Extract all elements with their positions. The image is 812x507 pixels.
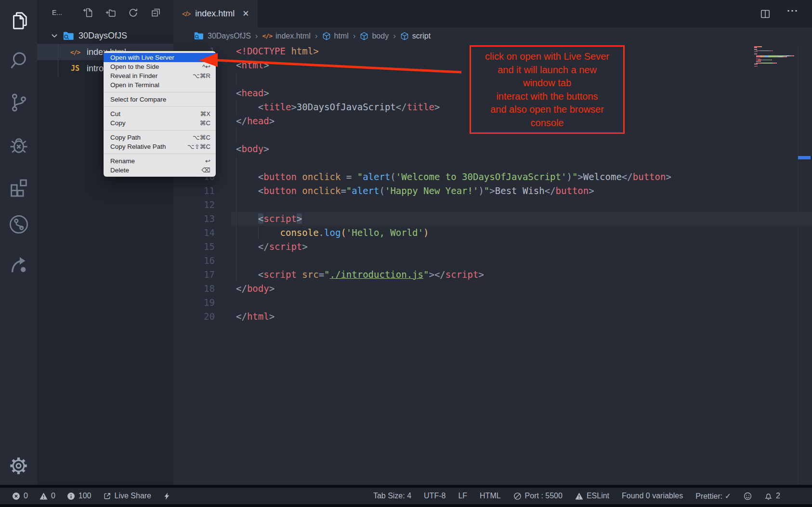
- menu-item-shortcut: ⌫: [202, 167, 210, 174]
- eslint-status[interactable]: ESLint: [575, 492, 609, 500]
- breadcrumb-item-script[interactable]: script: [400, 32, 431, 40]
- context-menu: Open with Live ServerOpen to the Side^↩R…: [104, 51, 216, 177]
- tab-close-icon[interactable]: ✕: [242, 9, 249, 19]
- new-folder-icon[interactable]: [105, 7, 116, 18]
- problems-errors[interactable]: 0: [12, 492, 28, 500]
- notifications[interactable]: 2: [764, 492, 780, 500]
- menu-item-shortcut: ⌥⇧⌘C: [187, 143, 210, 150]
- menu-item-shortcut: ↩: [205, 157, 210, 165]
- prettier-status[interactable]: Prettier: ✓: [695, 492, 731, 501]
- tab-index-html[interactable]: </> index.html ✕: [173, 0, 258, 27]
- code-line-12[interactable]: 12: [173, 198, 812, 212]
- problems-warnings[interactable]: 0: [39, 492, 55, 500]
- code-line-18[interactable]: 18</body>: [173, 282, 812, 296]
- code-line-8[interactable]: 8<body>: [173, 142, 812, 156]
- menu-item-rename[interactable]: Rename↩: [104, 156, 216, 166]
- html-file-icon: </>: [69, 49, 81, 56]
- explorer-icon: [8, 10, 30, 32]
- breadcrumb-item-index.html[interactable]: </>index.html: [262, 32, 310, 40]
- line-content: <script src="./introduction.js"></script…: [231, 268, 812, 282]
- menu-item-open-in-terminal[interactable]: Open in Terminal: [104, 80, 216, 90]
- info-count-label: 100: [79, 492, 92, 500]
- feedback-smiley[interactable]: [744, 492, 752, 500]
- menu-item-select-for-compare[interactable]: Select for Compare: [104, 95, 216, 104]
- menu-item-reveal-in-finder[interactable]: Reveal in Finder⌥⌘R: [104, 71, 216, 80]
- code-line-13[interactable]: 13 <script>: [173, 212, 812, 226]
- activity-run-debug-button[interactable]: [0, 133, 37, 158]
- end-of-line[interactable]: LF: [458, 492, 467, 500]
- line-number: 18: [173, 282, 215, 296]
- menu-item-open-with-live-server[interactable]: Open with Live Server: [104, 53, 216, 62]
- breadcrumb-separator: ›: [393, 31, 396, 41]
- language-mode[interactable]: HTML: [480, 492, 501, 500]
- line-content: </html>: [231, 310, 812, 324]
- code-line-11[interactable]: 11 <button onclick="alert('Happy New Yea…: [173, 184, 812, 198]
- menu-item-label: Open to the Side: [110, 63, 159, 70]
- menu-item-label: Reveal in Finder: [110, 72, 157, 79]
- code-line-19[interactable]: 19: [173, 296, 812, 310]
- code-line-16[interactable]: 16: [173, 254, 812, 268]
- menu-separator: [104, 154, 216, 154]
- line-content: <button onclick = "alert('Welcome to 30D…: [231, 170, 812, 184]
- live-server-port[interactable]: Port : 5500: [513, 492, 563, 500]
- notifications-label: 2: [776, 492, 780, 500]
- line-number: 15: [173, 240, 215, 254]
- refresh-explorer-icon[interactable]: [128, 7, 139, 18]
- code-line-17[interactable]: 17 <script src="./introduction.js"></scr…: [173, 268, 812, 282]
- minimap[interactable]: [754, 46, 797, 67]
- activity-extensions-button[interactable]: [0, 174, 37, 199]
- activity-live-share-button[interactable]: [0, 252, 37, 277]
- encoding-label: UTF-8: [424, 492, 445, 500]
- code-line-20[interactable]: 20</html>: [173, 310, 812, 324]
- new-file-icon[interactable]: [82, 7, 93, 18]
- info-count[interactable]: 100: [67, 492, 92, 500]
- menu-item-copy-relative-path[interactable]: Copy Relative Path⌥⇧⌘C: [104, 142, 216, 151]
- language-mode-label: HTML: [480, 492, 501, 500]
- line-number: 20: [173, 310, 215, 324]
- breadcrumb-item-30DaysOfJS[interactable]: 30DaysOfJS: [194, 32, 251, 40]
- live-share-status[interactable]: Live Share: [103, 492, 152, 500]
- encoding[interactable]: UTF-8: [424, 492, 445, 500]
- js-file-icon: JS: [69, 64, 81, 73]
- code-line-9[interactable]: 9: [173, 156, 812, 170]
- indent-guide: [236, 226, 236, 240]
- activity-settings-button[interactable]: [0, 453, 37, 478]
- indent-guide: [236, 72, 236, 86]
- line-number: 13: [173, 212, 215, 226]
- extensions-icon: [8, 175, 30, 197]
- code-line-14[interactable]: 14 console.log('Hello, World'): [173, 226, 812, 240]
- editor-actions: ···: [760, 0, 799, 27]
- breadcrumb-label: 30DaysOfJS: [208, 32, 251, 40]
- menu-item-label: Select for Compare: [110, 96, 166, 103]
- overview-ruler: [798, 44, 798, 485]
- breadcrumb-item-html[interactable]: html: [322, 32, 349, 40]
- activity-source-control-button[interactable]: [0, 90, 37, 115]
- annotation-text-line: and also open the browser: [471, 103, 623, 117]
- menu-item-copy-path[interactable]: Copy Path⌥⌘C: [104, 133, 216, 142]
- menu-item-shortcut: ^↩: [202, 63, 210, 70]
- breadcrumb-label: index.html: [275, 32, 311, 40]
- line-number: 11: [173, 184, 215, 198]
- live-server-bolt[interactable]: [163, 492, 171, 500]
- activity-explorer-button[interactable]: [0, 8, 37, 33]
- activity-search-button[interactable]: [0, 49, 37, 74]
- eslint-status-label: ESLint: [587, 492, 609, 500]
- breadcrumb-label: html: [334, 32, 349, 40]
- code-line-15[interactable]: 15 </script>: [173, 240, 812, 254]
- tree-row-root-folder[interactable]: 30DaysOfJS: [37, 27, 173, 44]
- more-actions-icon[interactable]: ···: [787, 8, 799, 20]
- menu-item-delete[interactable]: Delete⌫: [104, 166, 216, 175]
- bolt-icon: [163, 492, 171, 500]
- split-editor-icon[interactable]: [760, 8, 771, 20]
- menu-item-copy[interactable]: Copy⌘C: [104, 118, 216, 128]
- collapse-folders-icon[interactable]: [150, 7, 161, 18]
- menu-item-open-to-the-side[interactable]: Open to the Side^↩: [104, 62, 216, 71]
- html-file-icon: </>: [262, 32, 272, 39]
- breadcrumb-separator: ›: [255, 31, 258, 41]
- breadcrumb-item-body[interactable]: body: [360, 32, 389, 40]
- menu-item-cut[interactable]: Cut⌘X: [104, 109, 216, 118]
- activity-gitlens-button[interactable]: [0, 212, 37, 237]
- code-line-10[interactable]: 10 <button onclick = "alert('Welcome to …: [173, 170, 812, 184]
- variables-found[interactable]: Found 0 variables: [622, 492, 683, 500]
- tab-size[interactable]: Tab Size: 4: [373, 492, 411, 500]
